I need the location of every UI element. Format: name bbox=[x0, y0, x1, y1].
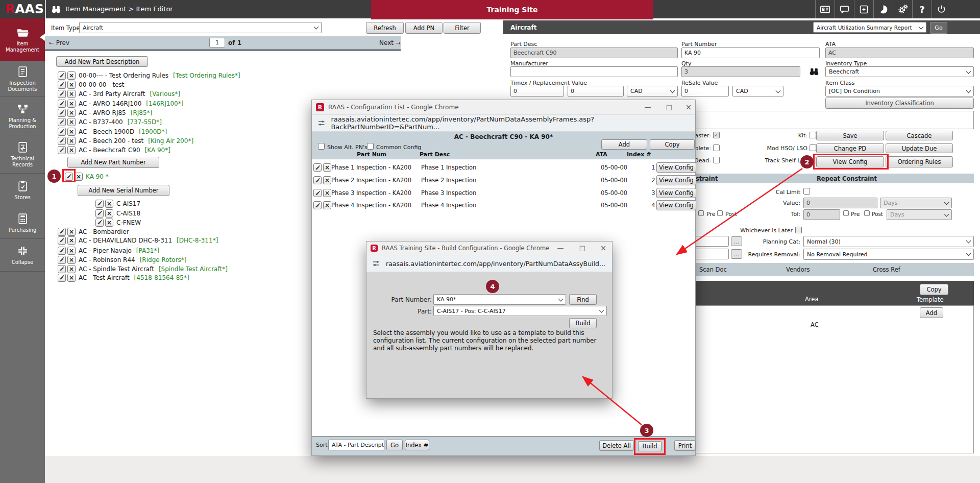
delete-icon[interactable]: × bbox=[67, 137, 76, 145]
delete-icon[interactable]: × bbox=[75, 173, 83, 181]
next-link[interactable]: Next → bbox=[379, 39, 401, 46]
area-add-button[interactable]: Add bbox=[920, 307, 943, 318]
edit-icon[interactable] bbox=[58, 137, 66, 145]
delete-all-button[interactable]: Delete All bbox=[599, 440, 634, 451]
dead-checkbox[interactable] bbox=[713, 157, 720, 163]
edit-icon[interactable] bbox=[58, 236, 66, 245]
tree-item-label[interactable]: 00-00--- - Test Ordering Rules bbox=[79, 72, 168, 79]
ordering-rules-button[interactable]: Ordering Rules bbox=[886, 156, 953, 167]
build-window-build-button[interactable]: Build bbox=[569, 318, 597, 328]
sidebar-item-purchasing[interactable]: Purchasing bbox=[0, 207, 45, 239]
delete-icon[interactable]: × bbox=[323, 201, 331, 209]
edit-icon[interactable] bbox=[58, 71, 66, 80]
pie-chart-icon[interactable] bbox=[873, 0, 893, 18]
delete-icon[interactable]: × bbox=[67, 90, 76, 98]
report-select[interactable]: Aircraft Utilization Summary Report bbox=[813, 22, 926, 33]
item-type-select[interactable]: Aircraft bbox=[79, 22, 322, 33]
refresh-button[interactable]: Refresh bbox=[366, 22, 404, 34]
tree-item-label[interactable]: C-AIS18 bbox=[116, 210, 140, 217]
filter-button[interactable]: Filter bbox=[444, 22, 481, 34]
delete-icon[interactable]: × bbox=[67, 228, 76, 236]
delete-icon[interactable]: × bbox=[67, 81, 76, 89]
view-config-row-button[interactable]: View Config bbox=[656, 200, 696, 210]
sidebar-item-collapse[interactable]: Collapse bbox=[0, 239, 45, 272]
edit-icon[interactable] bbox=[58, 265, 66, 273]
add-pn-button[interactable]: Add PN bbox=[405, 22, 443, 34]
tree-item-label[interactable]: C-FNEW bbox=[116, 219, 141, 226]
close-icon[interactable]: × bbox=[683, 103, 694, 112]
resale-input[interactable]: 0 bbox=[681, 86, 729, 96]
minimize-icon[interactable]: — bbox=[555, 244, 566, 252]
update-due-button[interactable]: Update Due bbox=[886, 143, 953, 153]
row-part-num[interactable]: Phase 4 Inspection - KA200 bbox=[331, 202, 411, 209]
inventory-type-select[interactable]: Beechcraft bbox=[825, 66, 974, 77]
index-button[interactable]: Index # bbox=[405, 440, 429, 450]
post-left-checkbox[interactable] bbox=[717, 210, 723, 216]
window-url-bar[interactable]: raasais.aviationintertec.com/app/invento… bbox=[312, 115, 695, 132]
view-config-row-button[interactable]: View Config bbox=[656, 188, 696, 198]
delete-icon[interactable]: × bbox=[67, 71, 76, 80]
delete-icon[interactable]: × bbox=[105, 219, 113, 227]
view-config-row-button[interactable]: View Config bbox=[656, 175, 696, 185]
currency-select[interactable]: CAD bbox=[627, 86, 678, 96]
tree-item-label[interactable]: 00-00-00 - test bbox=[79, 81, 124, 88]
manufacturer-input[interactable] bbox=[510, 66, 678, 77]
part-number-input[interactable]: KA 90 bbox=[681, 47, 820, 58]
pre-left-checkbox[interactable] bbox=[698, 210, 704, 216]
edit-icon[interactable] bbox=[313, 163, 322, 172]
tree-item-label[interactable]: AC - B737-400 bbox=[79, 118, 123, 126]
tab-vendors[interactable]: Vendors bbox=[786, 266, 810, 273]
edit-icon[interactable] bbox=[95, 209, 104, 218]
row-part-num[interactable]: Phase 2 Inspection - KA200 bbox=[331, 177, 411, 184]
tree-item-label[interactable]: AC - Bombardier bbox=[79, 228, 129, 235]
sidebar-item-technical-records[interactable]: Technical Records bbox=[0, 135, 45, 174]
sidebar-item-item-management[interactable]: Item Management bbox=[0, 18, 45, 61]
close-icon[interactable]: × bbox=[598, 244, 608, 253]
edit-icon[interactable] bbox=[58, 256, 66, 264]
show-alt-pns-checkbox[interactable] bbox=[318, 143, 325, 150]
sort-go-button[interactable]: Go bbox=[386, 440, 403, 450]
delete-icon[interactable]: × bbox=[67, 100, 76, 108]
planning-cat-select[interactable]: Normal (30) bbox=[803, 236, 974, 247]
obsolete-checkbox[interactable] bbox=[713, 144, 720, 151]
resale-currency-select[interactable]: CAD bbox=[732, 86, 783, 96]
window-title-bar[interactable]: R RAAS Training Site - Build Configurati… bbox=[366, 242, 612, 255]
sidebar-item-planning-production[interactable]: Planning & Production bbox=[0, 97, 45, 135]
report-go-button[interactable]: Go bbox=[930, 22, 947, 34]
post-checkbox[interactable] bbox=[864, 210, 870, 216]
view-config-row-button[interactable]: View Config bbox=[656, 162, 696, 173]
timex-input[interactable]: 0 bbox=[510, 86, 564, 96]
add-window-icon[interactable] bbox=[854, 0, 873, 18]
edit-icon[interactable] bbox=[95, 219, 104, 227]
item-class-select[interactable]: [OC] On Condition bbox=[825, 86, 974, 96]
edit-icon[interactable] bbox=[58, 128, 66, 136]
edit-icon[interactable] bbox=[58, 228, 66, 236]
delete-icon[interactable]: × bbox=[105, 200, 113, 208]
tree-item-label[interactable]: AC - DEHAVILLAND DHC-8-311 bbox=[79, 237, 172, 244]
add-new-part-number-button[interactable]: Add New Part Number bbox=[67, 157, 159, 168]
delete-icon[interactable]: × bbox=[67, 118, 76, 126]
build-part-select[interactable]: C-AIS17 - Pos: C-C-AIS17 bbox=[433, 306, 607, 316]
delete-icon[interactable]: × bbox=[67, 128, 76, 136]
page-input[interactable]: 1 bbox=[209, 38, 225, 47]
pre-checkbox[interactable] bbox=[843, 210, 849, 216]
sort-select[interactable]: ATA - Part Description bbox=[328, 440, 384, 450]
edit-icon[interactable] bbox=[58, 81, 66, 89]
delete-icon[interactable]: × bbox=[67, 109, 76, 117]
tree-item-label[interactable]: AC - AVRO 146RJ100 bbox=[79, 100, 141, 107]
id-card-icon[interactable] bbox=[815, 0, 835, 18]
common-config-checkbox[interactable] bbox=[367, 143, 374, 150]
tree-item-label[interactable]: AC - Beechcraft C90 bbox=[79, 147, 140, 154]
inventory-classification-button[interactable]: Inventory Classification bbox=[825, 98, 974, 109]
power-icon[interactable] bbox=[932, 0, 951, 18]
replacement-value-input[interactable]: 0 bbox=[568, 86, 624, 96]
print-button[interactable]: Print bbox=[674, 440, 696, 451]
delete-icon[interactable]: × bbox=[67, 256, 76, 264]
delete-icon[interactable]: × bbox=[67, 247, 76, 255]
sidebar-item-inspection-documents[interactable]: Inspection Documents bbox=[0, 61, 45, 97]
prev-link[interactable]: ← Prev bbox=[49, 39, 69, 46]
delete-icon[interactable]: × bbox=[323, 163, 331, 172]
cascade-button[interactable]: Cascade bbox=[886, 131, 953, 140]
maximize-icon[interactable]: □ bbox=[577, 244, 587, 252]
tree-item-label[interactable]: C-AIS17 bbox=[116, 200, 140, 207]
